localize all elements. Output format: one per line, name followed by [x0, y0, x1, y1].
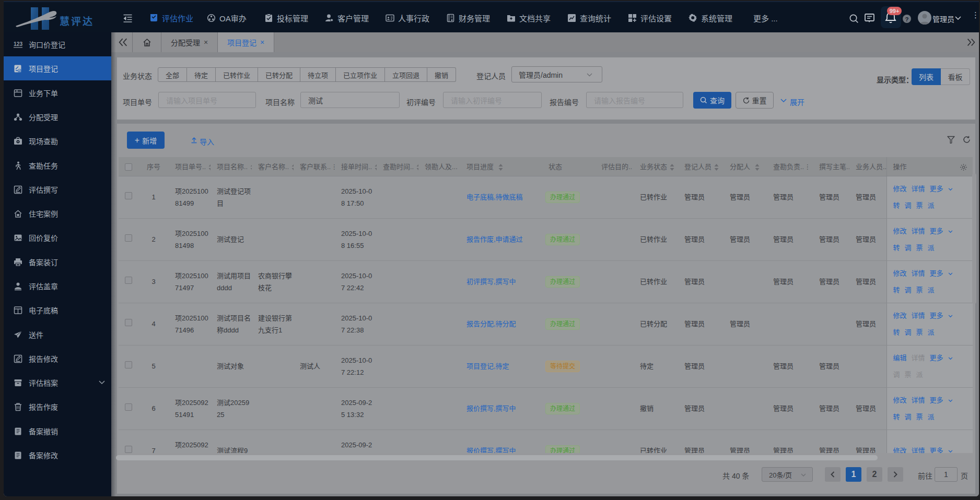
svg-text:?: ? — [905, 16, 908, 22]
svg-text:123: 123 — [14, 41, 22, 47]
